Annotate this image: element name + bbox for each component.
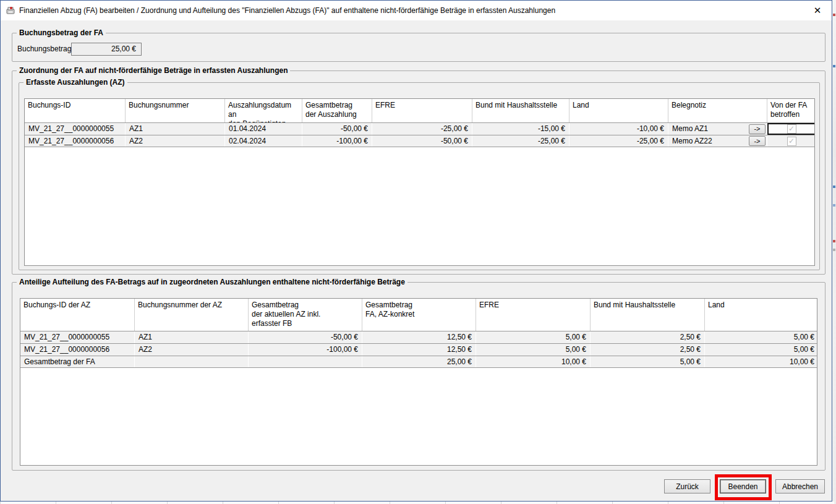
von-der-fa-checkbox[interactable]: ✓ (787, 137, 796, 146)
close-button[interactable]: ✕ (807, 1, 828, 20)
title-bar: Finanziellen Abzug (FA) bearbeiten / Zuo… (1, 1, 832, 20)
column-header-gesamtbetrag: Gesamtbetrag der Auszahlung (302, 99, 372, 122)
cell-buchungsnummer: AZ2 (126, 135, 225, 147)
aufteilung-group-title: Anteilige Aufteilung des FA-Betrags auf … (17, 278, 407, 286)
cell-auszahlungsdatum: 02.04.2024 (225, 135, 302, 147)
von-der-fa-checkbox[interactable]: ✓ (787, 124, 796, 134)
cell-land: 5,00 € (705, 331, 817, 343)
cell-auszahlungsdatum: 01.04.2024 (225, 123, 302, 135)
cell-total-label: Gesamtbetrag der FA (20, 356, 135, 367)
close-icon: ✕ (814, 5, 822, 15)
column-header-belegnotiz: Belegnotiz (668, 99, 767, 122)
cell-buchungsnummer (135, 356, 249, 367)
column-header-auszahlungsdatum: Auszahlungsdatum an den Begünstigten (225, 99, 302, 122)
belegnotiz-text: Memo AZ22 (672, 135, 712, 147)
column-header-efre: EFRE (476, 299, 591, 331)
cell-efre: 5,00 € (476, 344, 591, 356)
zuordnung-groupbox: Zuordnung der FA auf nicht-förderfähige … (12, 70, 825, 275)
erfasste-auszahlungen-groupbox: Erfasste Auszahlungen (AZ) Buchungs-ID B… (19, 82, 820, 270)
cell-gesamtbetrag: -100,00 € (302, 135, 372, 147)
cell-gesamtbetrag-fa: 12,50 € (362, 331, 476, 343)
cell-gesamtbetrag: -50,00 € (302, 123, 372, 135)
buchungsbetrag-group-title: Buchungsbetrag der FA (17, 28, 106, 37)
cell-efre: -50,00 € (372, 135, 472, 147)
aufteilung-groupbox: Anteilige Aufteilung des FA-Betrags auf … (12, 282, 825, 471)
cell-gesamtbetrag-az: -50,00 € (249, 331, 362, 343)
open-belegnotiz-button[interactable]: -> (749, 136, 766, 146)
table-row[interactable]: MV_21_27__0000000055 AZ1 01.04.2024 -50,… (25, 122, 814, 135)
column-header-buchungs-id: Buchungs-ID (25, 99, 126, 122)
cell-land: -10,00 € (569, 123, 668, 135)
column-header-buchungsnummer: Buchungsnummer (126, 99, 225, 122)
column-header-buchungsnummer-der-az: Buchungsnummer der AZ (135, 299, 249, 331)
buchungsbetrag-field[interactable]: 25,00 € (71, 43, 142, 56)
table-total-row[interactable]: Gesamtbetrag der FA 25,00 € 10,00 € 5,00… (20, 356, 817, 368)
open-belegnotiz-button[interactable]: -> (749, 124, 766, 134)
cell-buchungsnummer: AZ1 (135, 331, 249, 343)
buchungsbetrag-label: Buchungsbetrag (17, 45, 71, 53)
auszahlungen-table: Buchungs-ID Buchungsnummer Auszahlungsda… (24, 98, 815, 266)
table-row[interactable]: MV_21_27__0000000056 AZ2 02.04.2024 -100… (25, 135, 814, 147)
cell-gesamtbetrag-az (249, 356, 362, 367)
column-header-gesamtbetrag-fa: Gesamtbetrag FA, AZ-konkret (362, 299, 476, 331)
cell-bund: -25,00 € (472, 135, 569, 147)
beenden-button[interactable]: Beenden (720, 479, 766, 493)
column-header-bund: Bund mit Haushaltsstelle (472, 99, 569, 122)
app-icon (6, 6, 15, 15)
cell-efre: 10,00 € (476, 356, 591, 367)
aufteilung-table: Buchungs-ID der AZ Buchungsnummer der AZ… (20, 298, 817, 466)
erfasste-auszahlungen-title: Erfasste Auszahlungen (AZ) (23, 78, 127, 87)
dialog-window: Finanziellen Abzug (FA) bearbeiten / Zuo… (0, 0, 832, 502)
zuordnung-group-title: Zuordnung der FA auf nicht-förderfähige … (17, 66, 290, 75)
table-row[interactable]: MV_21_27__0000000055 AZ1 -50,00 € 12,50 … (20, 331, 817, 343)
column-header-buchungs-id-der-az: Buchungs-ID der AZ (20, 299, 135, 331)
column-header-land: Land (705, 299, 817, 331)
cell-bund: 5,00 € (591, 356, 705, 367)
cell-buchungsnummer: AZ2 (135, 344, 249, 356)
cell-bund: -15,00 € (472, 123, 569, 135)
auszahlungen-table-header: Buchungs-ID Buchungsnummer Auszahlungsda… (25, 99, 814, 122)
cell-von-der-fa-betroffen: ✓ (767, 135, 815, 147)
cell-gesamtbetrag-fa: 12,50 € (362, 344, 476, 356)
desktop-edge-bottom (0, 502, 836, 504)
cell-belegnotiz: Memo AZ22 -> (668, 135, 767, 147)
cell-gesamtbetrag-fa: 25,00 € (362, 356, 476, 367)
zurueck-button[interactable]: Zurück (664, 479, 710, 493)
cell-efre: 5,00 € (476, 331, 591, 343)
column-header-efre: EFRE (372, 99, 472, 122)
window-title: Finanziellen Abzug (FA) bearbeiten / Zuo… (19, 1, 555, 20)
buchungsbetrag-groupbox: Buchungsbetrag der FA Buchungsbetrag 25,… (12, 33, 825, 62)
cell-buchungs-id: MV_21_27__0000000056 (20, 344, 135, 356)
table-row[interactable]: MV_21_27__0000000056 AZ2 -100,00 € 12,50… (20, 343, 817, 356)
cell-buchungsnummer: AZ1 (126, 123, 225, 135)
cell-land: 10,00 € (705, 356, 817, 367)
cell-buchungs-id: MV_21_27__0000000056 (25, 135, 126, 147)
cell-bund: 2,50 € (591, 344, 705, 356)
column-header-gesamtbetrag-az: Gesamtbetrag der aktuellen AZ inkl. erfa… (249, 299, 362, 331)
cell-efre: -25,00 € (372, 123, 472, 135)
belegnotiz-text: Memo AZ1 (672, 123, 708, 135)
column-header-land: Land (569, 99, 668, 122)
aufteilung-table-header: Buchungs-ID der AZ Buchungsnummer der AZ… (20, 299, 817, 331)
abbrechen-button[interactable]: Abbrechen (775, 479, 825, 493)
column-header-von-der-fa-betroffen: Von der FA betroffen (767, 99, 815, 122)
cell-land: 5,00 € (705, 344, 817, 356)
cell-belegnotiz: Memo AZ1 -> (668, 123, 767, 135)
cell-von-der-fa-betroffen: ✓ (767, 123, 815, 135)
cell-bund: 2,50 € (591, 331, 705, 343)
cell-gesamtbetrag-az: -100,00 € (249, 344, 362, 356)
cell-buchungs-id: MV_21_27__0000000055 (25, 123, 126, 135)
column-header-bund: Bund mit Haushaltsstelle (591, 299, 705, 331)
cell-land: -25,00 € (569, 135, 668, 147)
cell-buchungs-id: MV_21_27__0000000055 (20, 331, 135, 343)
desktop-edge-right (832, 0, 836, 504)
